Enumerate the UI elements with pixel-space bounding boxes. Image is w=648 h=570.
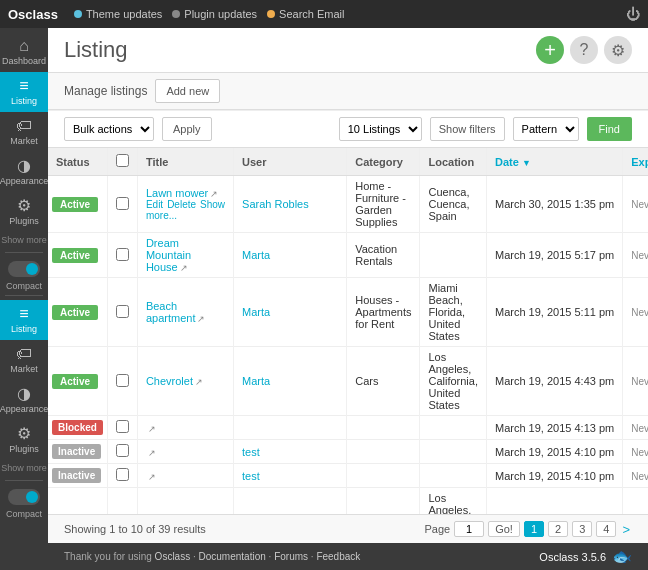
page-3-button[interactable]: 3 (572, 521, 592, 537)
col-check (107, 148, 137, 176)
listings-count-select[interactable]: 10 Listings (339, 117, 422, 141)
expiration-cell: Never expires (623, 347, 648, 416)
sidebar-item-listing-label-2: Listing (11, 324, 37, 334)
row-checkbox[interactable] (116, 248, 129, 261)
row-checkbox[interactable] (116, 444, 129, 457)
row-checkbox[interactable] (116, 420, 129, 433)
table-row: Blocked↗March 19, 2015 4:13 pmNever expi… (48, 416, 648, 440)
compact-label-1: Compact (6, 281, 42, 291)
market-icon: 🏷 (16, 118, 32, 134)
sidebar-item-market-label-2: Market (10, 364, 38, 374)
compact-toggle-1[interactable] (8, 261, 40, 277)
next-page-button[interactable]: > (620, 522, 632, 537)
help-button[interactable]: ? (570, 36, 598, 64)
table-row: ActiveSunglasses↗NameFashionLos Angeles,… (48, 488, 648, 515)
theme-updates-item[interactable]: Theme updates (74, 8, 162, 20)
show-filters-button[interactable]: Show filters (430, 117, 505, 141)
page-1-button[interactable]: 1 (524, 521, 544, 537)
checkbox-cell (107, 347, 137, 416)
row-checkbox[interactable] (116, 305, 129, 318)
table-row: ActiveDream Mountain House↗MartaVacation… (48, 233, 648, 278)
row-checkbox[interactable] (116, 468, 129, 481)
row-action-edit[interactable]: Edit (146, 199, 163, 210)
row-checkbox[interactable] (116, 374, 129, 387)
expiration-value: Never expires (631, 471, 648, 482)
user-link[interactable]: Sarah Robles (242, 198, 309, 210)
status-cell: Active (48, 233, 107, 278)
plugin-updates-item[interactable]: Plugin updates (172, 8, 257, 20)
expiration-cell: Never expires (623, 233, 648, 278)
manage-listings-label: Manage listings (64, 84, 147, 98)
user-link[interactable]: test (242, 470, 260, 482)
footer-osclass-link[interactable]: Osclass (155, 551, 191, 562)
expiration-cell: Never expires (623, 488, 648, 515)
sidebar-item-appearance[interactable]: ◑ Appearance (0, 152, 48, 192)
sidebar-item-appearance-2[interactable]: ◑ Appearance (0, 380, 48, 420)
compact-toggle-2[interactable] (8, 489, 40, 505)
status-badge: Active (52, 374, 98, 389)
footer: Thank you for using Osclass · Documentat… (48, 543, 648, 570)
expiration-value: Never expires (631, 423, 648, 434)
sidebar-divider-2 (5, 295, 43, 296)
go-button[interactable]: Go! (488, 521, 520, 537)
select-all-checkbox[interactable] (116, 154, 129, 167)
footer-documentation-link[interactable]: Documentation (199, 551, 266, 562)
user-link[interactable]: test (242, 446, 260, 458)
status-badge: Active (52, 305, 98, 320)
col-user: User (234, 148, 347, 176)
user-cell: Sarah Robles (234, 176, 347, 233)
sidebar-item-market-label: Market (10, 136, 38, 146)
expiration-value: Never expires (631, 199, 648, 210)
search-email-item[interactable]: Search Email (267, 8, 344, 20)
apply-button[interactable]: Apply (162, 117, 212, 141)
find-button[interactable]: Find (587, 117, 632, 141)
search-email-dot (267, 10, 275, 18)
user-link[interactable]: Marta (242, 375, 270, 387)
category-cell (347, 440, 420, 464)
plugins-icon: ⚙ (17, 198, 31, 214)
sidebar-show-more-1[interactable]: Show more (1, 232, 47, 248)
title-cell: ↗ (137, 416, 233, 440)
sidebar-item-listing-2[interactable]: ≡ Listing (0, 300, 48, 340)
pattern-select[interactable]: Pattern (513, 117, 579, 141)
sidebar-item-plugins[interactable]: ⚙ Plugins (0, 192, 48, 232)
sidebar-item-market[interactable]: 🏷 Market (0, 112, 48, 152)
title-link[interactable]: Chevrolet (146, 375, 193, 387)
settings-button[interactable]: ⚙ (604, 36, 632, 64)
sidebar-item-plugins-2[interactable]: ⚙ Plugins (0, 420, 48, 460)
toolbar: Manage listings Add new (48, 73, 648, 110)
expiration-value: Never expires (631, 447, 648, 458)
showing-text: Showing 1 to 10 of 39 results (64, 523, 424, 535)
row-checkbox[interactable] (116, 197, 129, 210)
footer-feedback-link[interactable]: Feedback (316, 551, 360, 562)
theme-updates-label: Theme updates (86, 8, 162, 20)
footer-forums-link[interactable]: Forums (274, 551, 308, 562)
checkbox-cell (107, 416, 137, 440)
date-cell: March 19, 2015 4:10 pm (487, 440, 623, 464)
checkbox-cell (107, 440, 137, 464)
page-number-input[interactable] (454, 521, 484, 537)
sidebar-item-dashboard[interactable]: ⌂ Dashboard (0, 32, 48, 72)
date-cell: March 30, 2015 1:35 pm (487, 176, 623, 233)
sidebar-show-more-2[interactable]: Show more (1, 460, 47, 476)
sidebar-item-market-2[interactable]: 🏷 Market (0, 340, 48, 380)
external-link-icon: ↗ (148, 472, 156, 482)
add-listing-button[interactable]: + (536, 36, 564, 64)
user-link[interactable]: Marta (242, 249, 270, 261)
title-link[interactable]: Beach apartment (146, 300, 196, 324)
status-cell: Active (48, 347, 107, 416)
row-action-delete[interactable]: Delete (167, 199, 196, 210)
page-2-button[interactable]: 2 (548, 521, 568, 537)
power-button[interactable]: ⏻ (626, 6, 640, 22)
plugins-icon-2: ⚙ (17, 426, 31, 442)
expiration-cell: Never expires (623, 440, 648, 464)
add-new-button[interactable]: Add new (155, 79, 220, 103)
title-link[interactable]: Lawn mower (146, 187, 208, 199)
appearance-icon-2: ◑ (17, 386, 31, 402)
col-date[interactable]: Date ▼ (487, 148, 623, 176)
page-4-button[interactable]: 4 (596, 521, 616, 537)
bulk-actions-select[interactable]: Bulk actions (64, 117, 154, 141)
user-link[interactable]: Marta (242, 306, 270, 318)
sidebar-item-listing[interactable]: ≡ Listing (0, 72, 48, 112)
sidebar-divider-1 (5, 252, 43, 253)
